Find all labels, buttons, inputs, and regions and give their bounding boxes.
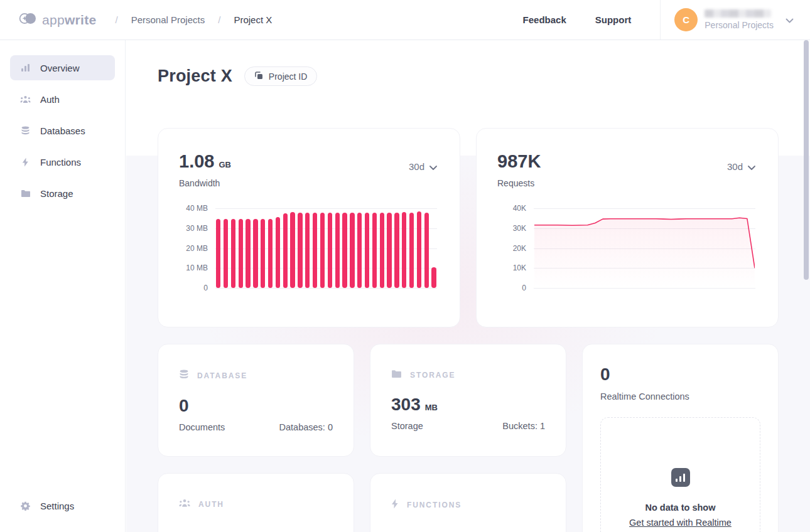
sidebar-item-label: Databases (40, 125, 85, 136)
sidebar-item-auth[interactable]: Auth (10, 87, 115, 112)
requests-label: Requests (497, 178, 755, 188)
gear-icon (20, 501, 31, 511)
gridline (534, 288, 755, 289)
y-tick: 10 MB (186, 263, 208, 272)
project-id-button[interactable]: Project ID (244, 66, 317, 86)
appwrite-logo-text: appwrite (42, 13, 96, 28)
copy-icon (254, 71, 263, 82)
database-card[interactable]: DATABASE 0 Documents Databases: 0 (158, 344, 354, 457)
breadcrumb-separator: / (115, 14, 117, 25)
y-tick: 30K (513, 224, 526, 233)
auth-card-header: AUTH (179, 499, 333, 509)
appwrite-logo-icon (19, 13, 36, 27)
get-started-realtime-link[interactable]: Get started with Realtime (629, 518, 732, 528)
bandwidth-label: Bandwidth (179, 178, 437, 188)
stat-cards-grid: DATABASE 0 Documents Databases: 0 AUTH (158, 344, 779, 532)
y-tick: 20 MB (186, 244, 208, 253)
sidebar: Overview Auth Databases Functions Storag… (0, 40, 126, 532)
realtime-connections-label: Realtime Connections (600, 391, 760, 402)
lightning-icon (391, 499, 399, 511)
realtime-connections-count: 0 (600, 364, 760, 385)
page-title: Project X (158, 66, 232, 86)
project-id-label: Project ID (269, 72, 307, 82)
requests-card: 987K Requests 30d 40K 30K 20K 10K 0 (476, 128, 779, 327)
bandwidth-bars (216, 208, 436, 288)
sidebar-item-label: Overview (40, 63, 80, 73)
top-header: appwrite / Personal Projects / Project X… (0, 0, 810, 40)
breadcrumb-personal-projects[interactable]: Personal Projects (131, 14, 205, 25)
buckets-meta: Buckets: 1 (502, 421, 545, 431)
y-tick: 30 MB (186, 224, 208, 233)
avatar: C (674, 8, 698, 31)
requests-period-select[interactable]: 30d (727, 161, 755, 172)
sidebar-item-label: Settings (40, 501, 74, 511)
breadcrumb-separator: / (218, 14, 220, 25)
chevron-down-icon (786, 14, 794, 26)
functions-card-header: FUNCTIONS (391, 499, 545, 511)
bandwidth-y-axis: 40 MB 30 MB 20 MB 10 MB 0 (179, 208, 215, 288)
users-icon (179, 499, 190, 509)
storage-unit: MB (425, 403, 438, 412)
storage-card-footer: Storage Buckets: 1 (391, 421, 545, 431)
documents-label: Documents (179, 422, 225, 432)
sidebar-item-storage[interactable]: Storage (10, 181, 115, 206)
sidebar-item-databases[interactable]: Databases (10, 118, 115, 143)
y-tick: 20K (513, 244, 526, 253)
appwrite-logo[interactable]: appwrite (19, 13, 96, 28)
database-card-header: DATABASE (179, 370, 333, 381)
account-menu[interactable]: C Personal Projects (661, 8, 810, 31)
y-tick: 40K (513, 204, 526, 213)
users-icon (20, 95, 31, 104)
title-row: Project X Project ID (158, 40, 779, 86)
lightning-icon (20, 157, 31, 167)
sidebar-item-label: Functions (40, 157, 81, 168)
y-tick: 40 MB (186, 204, 208, 213)
header-right: Feedback Support C Personal Projects (523, 0, 810, 40)
folder-icon (391, 370, 402, 380)
usage-charts-row: 1.08GB Bandwidth 30d 40 MB 30 MB 20 MB 1… (158, 128, 779, 327)
realtime-empty-state: No data to show Get started with Realtim… (600, 417, 760, 532)
database-icon (179, 370, 189, 381)
support-link[interactable]: Support (595, 14, 632, 25)
sidebar-item-label: Storage (40, 188, 73, 199)
storage-card-header: STORAGE (391, 370, 545, 380)
chevron-down-icon (429, 161, 437, 172)
requests-y-axis: 40K 30K 20K 10K 0 (497, 208, 534, 288)
feedback-link[interactable]: Feedback (523, 14, 566, 25)
no-data-title: No data to show (645, 503, 716, 513)
breadcrumb: / Personal Projects / Project X (115, 14, 272, 25)
sidebar-item-settings[interactable]: Settings (10, 493, 115, 518)
breadcrumb-project-x[interactable]: Project X (234, 14, 272, 25)
sidebar-item-functions[interactable]: Functions (10, 149, 115, 174)
realtime-card: 0 Realtime Connections No data to show G… (582, 344, 779, 532)
requests-line (534, 208, 755, 288)
requests-value: 987K (497, 151, 755, 172)
y-tick: 0 (203, 284, 208, 292)
functions-card[interactable]: FUNCTIONS (370, 473, 566, 532)
folder-icon (20, 189, 31, 198)
documents-count: 0 (179, 396, 333, 416)
chevron-down-icon (748, 161, 755, 172)
bandwidth-plot (215, 208, 437, 288)
storage-label: Storage (391, 421, 423, 431)
user-name-redacted (705, 9, 771, 18)
databases-meta: Databases: 0 (279, 422, 333, 432)
requests-plot (534, 208, 755, 288)
y-tick: 0 (522, 284, 526, 292)
database-icon (20, 126, 31, 136)
requests-chart: 40K 30K 20K 10K 0 (497, 208, 755, 288)
main-content: Project X Project ID 1.08GB Bandwidth 30… (126, 40, 810, 532)
database-card-footer: Documents Databases: 0 (179, 422, 333, 432)
account-names: Personal Projects (705, 9, 774, 30)
vertical-scrollbar[interactable] (804, 40, 809, 280)
bandwidth-unit: GB (219, 160, 231, 169)
bandwidth-period-select[interactable]: 30d (409, 161, 437, 172)
storage-card[interactable]: STORAGE 303MB Storage Buckets: 1 (370, 344, 566, 457)
sidebar-item-overview[interactable]: Overview (10, 55, 115, 80)
bandwidth-chart: 40 MB 30 MB 20 MB 10 MB 0 (179, 208, 437, 288)
auth-card[interactable]: AUTH (158, 473, 354, 532)
organization-name: Personal Projects (705, 20, 774, 30)
storage-size: 303MB (391, 395, 545, 415)
y-tick: 10K (513, 263, 526, 272)
bar-chart-icon (671, 468, 690, 487)
